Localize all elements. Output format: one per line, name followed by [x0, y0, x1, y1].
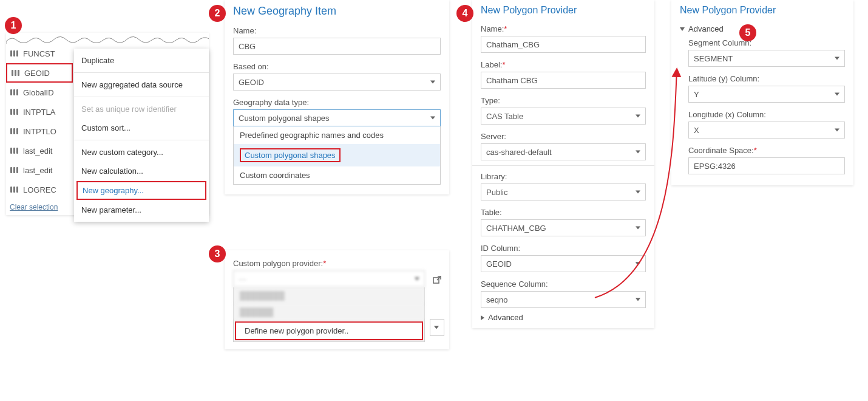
clear-selection-link[interactable]: Clear selection — [6, 199, 73, 215]
menu-new-category[interactable]: New custom category... — [74, 143, 209, 162]
label-value: Chatham CBG — [486, 76, 538, 85]
geo-type-value: Custom polygonal shapes — [239, 114, 330, 123]
chevron-down-icon — [430, 117, 435, 120]
id-label: ID Column: — [472, 241, 654, 254]
provider-select[interactable]: — — [233, 270, 425, 287]
category-icon — [11, 68, 21, 78]
column-label: LOGREC — [23, 185, 56, 194]
menu-new-geography[interactable]: New geography... — [76, 181, 206, 200]
menu-new-parameter[interactable]: New parameter... — [74, 200, 209, 219]
provider-popout-button[interactable] — [430, 272, 444, 289]
library-value: Public — [486, 188, 507, 197]
menu-set-unique: Set as unique row identifier — [74, 100, 209, 118]
column-item[interactable]: INTPTLA — [6, 102, 73, 122]
lon-select[interactable]: X — [688, 122, 845, 139]
secondary-caret[interactable] — [430, 319, 444, 336]
lat-select[interactable]: Y — [688, 86, 845, 103]
menu-separator — [74, 140, 209, 140]
chevron-down-icon — [835, 129, 839, 132]
chevron-down-icon — [430, 81, 435, 84]
step-badge-3: 3 — [209, 245, 226, 262]
column-item[interactable]: last_edit — [6, 141, 73, 160]
server-value: cas-shared-default — [486, 148, 552, 157]
advanced-toggle[interactable]: Advanced — [680, 24, 845, 33]
advanced-label: Advanced — [488, 313, 523, 322]
step-badge-4: 4 — [456, 5, 473, 22]
column-item[interactable]: GlobalID — [6, 83, 73, 102]
name-input[interactable]: Chatham_CBG — [481, 36, 646, 53]
advanced-toggle[interactable]: Advanced — [481, 313, 646, 322]
chevron-down-icon — [415, 278, 419, 281]
seq-select[interactable]: seqno — [481, 291, 646, 308]
svg-rect-18 — [10, 167, 12, 173]
type-select[interactable]: CAS Table — [481, 108, 646, 125]
step-badge-5: 5 — [739, 24, 756, 41]
column-label: INTPTLO — [23, 127, 56, 136]
column-item[interactable]: INTPTLO — [6, 122, 73, 141]
name-label: Name: — [225, 24, 449, 36]
column-item[interactable]: FUNCST — [6, 44, 73, 63]
opt-custom-poly[interactable]: Custom polygonal shapes — [234, 144, 440, 166]
segment-label: Segment Column: — [671, 36, 853, 49]
menu-new-aggregated[interactable]: New aggregated data source — [74, 75, 209, 94]
column-item[interactable]: LOGREC — [6, 180, 73, 199]
torn-edge — [6, 33, 209, 44]
svg-rect-21 — [10, 187, 12, 193]
opt-predefined[interactable]: Predefined geographic names and codes — [234, 126, 440, 144]
chevron-down-icon — [434, 326, 439, 329]
define-new-provider-option[interactable]: Define new polygon provider.. — [235, 321, 423, 340]
coord-input[interactable]: EPSG:4326 — [688, 157, 845, 174]
opt-custom-coord[interactable]: Custom coordinates — [234, 166, 440, 184]
new-polygon-provider-advanced-panel: New Polygon Provider Advanced Segment Co… — [671, 0, 853, 185]
svg-rect-13 — [13, 128, 15, 134]
menu-new-calculation[interactable]: New calculation... — [74, 162, 209, 180]
label-label: Label:* — [472, 58, 654, 70]
server-select[interactable]: cas-shared-default — [481, 143, 646, 160]
seq-label: Sequence Column: — [472, 277, 654, 290]
label-input[interactable]: Chatham CBG — [481, 72, 646, 89]
id-select[interactable]: GEOID — [481, 255, 646, 272]
menu-duplicate[interactable]: Duplicate — [74, 51, 209, 70]
seq-value: seqno — [486, 295, 507, 304]
based-on-select[interactable]: GEOID — [233, 74, 441, 91]
svg-rect-23 — [16, 187, 18, 193]
column-item-selected[interactable]: GEOID — [6, 63, 73, 83]
svg-rect-17 — [16, 148, 18, 154]
name-value: CBG — [239, 42, 256, 51]
geo-type-select[interactable]: Custom polygonal shapes — [233, 109, 441, 126]
column-label: INTPTLA — [23, 108, 55, 117]
svg-rect-15 — [10, 148, 12, 154]
category-icon — [10, 107, 19, 117]
svg-rect-4 — [15, 70, 16, 76]
based-on-label: Based on: — [225, 60, 449, 72]
table-select[interactable]: CHATHAM_CBG — [481, 219, 646, 236]
menu-custom-sort[interactable]: Custom sort... — [74, 118, 209, 137]
library-select[interactable]: Public — [481, 183, 646, 200]
advanced-label: Advanced — [688, 24, 724, 33]
svg-rect-5 — [18, 70, 19, 76]
svg-rect-20 — [16, 167, 18, 173]
svg-rect-16 — [13, 148, 15, 154]
chevron-down-icon — [636, 115, 640, 118]
name-input[interactable]: CBG — [233, 38, 441, 55]
lon-value: X — [694, 126, 699, 135]
step-badge-2: 2 — [209, 5, 226, 22]
category-icon — [10, 165, 19, 175]
triangle-down-icon — [680, 27, 685, 31]
svg-rect-11 — [16, 109, 18, 115]
column-label: GlobalID — [23, 88, 54, 97]
svg-rect-12 — [10, 128, 12, 134]
lat-value: Y — [694, 90, 699, 99]
column-item[interactable]: last_edit — [6, 160, 73, 180]
geo-type-dropdown: Predefined geographic names and codes Cu… — [233, 126, 441, 185]
svg-rect-14 — [16, 128, 18, 134]
server-label: Server: — [472, 129, 654, 142]
table-label: Table: — [472, 205, 654, 218]
provider-option-blurred[interactable]: ██████ — [234, 304, 424, 320]
provider-option-blurred[interactable]: ████████ — [234, 287, 424, 304]
name-label: Name:* — [472, 22, 654, 35]
segment-select[interactable]: SEGMENT — [688, 50, 845, 67]
column-label: GEOID — [24, 69, 50, 78]
svg-rect-22 — [13, 187, 15, 193]
column-list-panel: FUNCST GEOID GlobalID INTPTLA INTPTLO la… — [6, 33, 209, 215]
